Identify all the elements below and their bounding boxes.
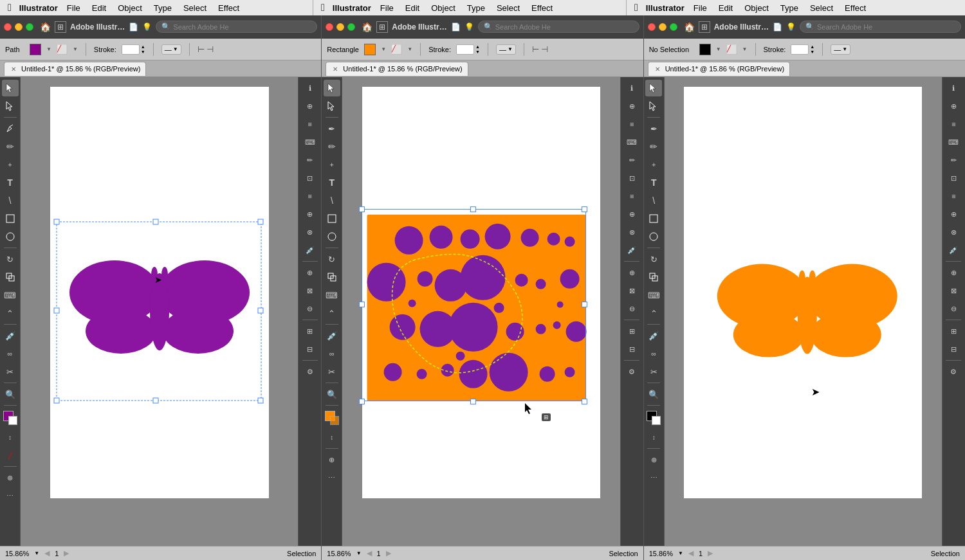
- zoom-actual-icon-1[interactable]: ⊠: [302, 282, 318, 299]
- tool-scale[interactable]: [2, 269, 19, 285]
- maximize-button-3[interactable]: [670, 23, 677, 31]
- align-tools-2[interactable]: ⊢⊣: [532, 44, 548, 54]
- tab-close-icon-1[interactable]: ✕: [10, 65, 17, 73]
- tool2-swap-colors[interactable]: ↕: [324, 429, 340, 446]
- tool2-type[interactable]: T: [324, 174, 340, 191]
- fill-color-swatch-2[interactable]: [364, 44, 376, 55]
- grid-icon-1[interactable]: ⊞: [302, 323, 318, 339]
- tool2-warp[interactable]: ⌨: [324, 287, 340, 303]
- tool-pen[interactable]: [2, 120, 19, 137]
- grid-icon-3[interactable]: ⊞: [945, 323, 962, 339]
- menu-edit-3[interactable]: Edit: [713, 2, 738, 14]
- tool2-blend[interactable]: ∞: [324, 345, 340, 362]
- layout-grid-icon-1[interactable]: ⊞: [55, 21, 66, 33]
- tool3-rect[interactable]: [645, 210, 662, 227]
- tool-colors-1[interactable]: [3, 411, 17, 425]
- menu-type-2[interactable]: Type: [462, 2, 490, 14]
- menu-effect-2[interactable]: Effect: [526, 2, 558, 14]
- home-icon-1[interactable]: 🏠: [40, 22, 51, 32]
- layers-icon-1[interactable]: ⊕: [302, 98, 318, 114]
- tool-eyedropper[interactable]: 💉: [2, 327, 19, 344]
- zoom-fit-icon-1[interactable]: ⊕: [302, 264, 318, 281]
- tool3-blend[interactable]: ∞: [645, 345, 662, 362]
- doc-icon-2[interactable]: 📄: [451, 23, 461, 32]
- menu-effect-1[interactable]: Effect: [213, 2, 244, 14]
- tab-close-icon-2[interactable]: ✕: [331, 65, 339, 73]
- tool-selection[interactable]: [2, 80, 19, 96]
- appearance-icon-2[interactable]: ⊗: [623, 224, 640, 240]
- doc-icon-3[interactable]: 📄: [773, 23, 782, 32]
- eyedropper-icon-2[interactable]: 💉: [623, 242, 640, 258]
- stroke-stepper-2[interactable]: ▲ ▼: [456, 44, 480, 55]
- close-button-3[interactable]: [648, 23, 656, 31]
- tool-direct-selection[interactable]: [2, 98, 19, 114]
- zoom-dropdown-3[interactable]: ▼: [678, 550, 683, 556]
- doc-icon-1[interactable]: 📄: [129, 23, 138, 32]
- settings-icon-2[interactable]: ⚙: [623, 363, 640, 380]
- tool3-pen[interactable]: ✒: [645, 120, 662, 137]
- background-color-3[interactable]: [652, 416, 661, 425]
- pathfinder-icon-1[interactable]: ⊕: [302, 206, 318, 222]
- tool-rect[interactable]: [2, 210, 19, 227]
- apple-menu-1[interactable]: : [4, 2, 15, 14]
- fill-arrow-2[interactable]: ▼: [381, 46, 386, 52]
- tool-width[interactable]: ⌃: [2, 305, 19, 321]
- stroke-stepper-3[interactable]: ▲ ▼: [791, 44, 814, 55]
- transform-icon-3[interactable]: ⊡: [945, 170, 962, 186]
- menu-object-1[interactable]: Object: [113, 2, 147, 14]
- distribute-icon-2[interactable]: ⊟: [623, 341, 640, 357]
- stroke-dropdown-3[interactable]: —▼: [831, 44, 850, 55]
- tool-line[interactable]: \: [2, 192, 19, 209]
- tool-ellipse[interactable]: [2, 228, 19, 245]
- properties-icon-3[interactable]: ℹ: [945, 80, 962, 96]
- layout-grid-icon-3[interactable]: ⊞: [699, 21, 710, 33]
- document-tab-1[interactable]: ✕ Untitled-1* @ 15.86 % (RGB/Preview): [4, 62, 146, 76]
- close-button-2[interactable]: [326, 23, 333, 31]
- canvas-area-2[interactable]: ⊞: [342, 77, 620, 546]
- zoom-dropdown-2[interactable]: ▼: [356, 550, 362, 556]
- tool2-add-anchor[interactable]: +: [324, 156, 340, 173]
- tool-scissors[interactable]: ✂: [2, 363, 19, 380]
- tool2-rect[interactable]: [324, 210, 340, 227]
- stroke-arrow-2[interactable]: ▼: [407, 46, 412, 52]
- zoom-dropdown-1[interactable]: ▼: [34, 550, 39, 556]
- menu-object-3[interactable]: Object: [739, 2, 774, 14]
- search-bar-1[interactable]: 🔍 Search Adobe He: [156, 21, 317, 33]
- menu-select-2[interactable]: Select: [492, 2, 525, 14]
- symbols-icon-3[interactable]: ⌨: [945, 134, 962, 150]
- tool3-rotate[interactable]: ↻: [645, 251, 662, 267]
- brushes-icon-3[interactable]: ✏: [945, 152, 962, 168]
- symbols-icon-2[interactable]: ⌨: [623, 134, 640, 150]
- menu-type-3[interactable]: Type: [775, 2, 804, 14]
- tool-type[interactable]: T: [2, 174, 19, 191]
- align-tools-1[interactable]: ⊢⊣: [198, 44, 214, 54]
- brushes-icon-2[interactable]: ✏: [623, 152, 640, 168]
- tool2-libraries[interactable]: ⋯: [324, 469, 340, 486]
- menu-type-1[interactable]: Type: [149, 2, 177, 14]
- tool3-eyedropper[interactable]: 💉: [645, 327, 662, 344]
- document-tab-2[interactable]: ✕ Untitled-1* @ 15.86 % (RGB/Preview): [326, 62, 468, 76]
- appearance-icon-1[interactable]: ⊗: [302, 224, 318, 240]
- tool3-swap-colors[interactable]: ↕: [645, 429, 662, 446]
- menu-edit-1[interactable]: Edit: [87, 2, 111, 14]
- transform-icon-1[interactable]: ⊡: [302, 170, 318, 186]
- tool-add-anchor[interactable]: +: [2, 156, 19, 173]
- tool2-width[interactable]: ⌃: [324, 305, 340, 321]
- fill-arrow-3[interactable]: ▼: [716, 46, 721, 52]
- zoom-actual-icon-2[interactable]: ⊠: [623, 282, 640, 299]
- tool2-scale[interactable]: [324, 269, 340, 285]
- tool3-pencil[interactable]: ✏: [645, 138, 662, 155]
- tool3-scissors[interactable]: ✂: [645, 363, 662, 380]
- brushes-icon-1[interactable]: ✏: [302, 152, 318, 168]
- tool3-warp[interactable]: ⌨: [645, 287, 662, 303]
- libraries-icon-2[interactable]: ≡: [623, 116, 640, 132]
- zoom-out-icon-2[interactable]: ⊖: [623, 300, 640, 317]
- stroke-dropdown-2[interactable]: —▼: [496, 44, 516, 55]
- distribute-icon-3[interactable]: ⊟: [945, 341, 962, 357]
- menu-select-1[interactable]: Select: [178, 2, 212, 14]
- tool-swap-colors-1[interactable]: ↕: [2, 429, 19, 446]
- tool3-type[interactable]: T: [645, 174, 662, 191]
- stroke-arrow-1[interactable]: ▼: [73, 46, 78, 52]
- libraries-icon-1[interactable]: ≡: [302, 116, 318, 132]
- background-color-2[interactable]: [330, 416, 339, 425]
